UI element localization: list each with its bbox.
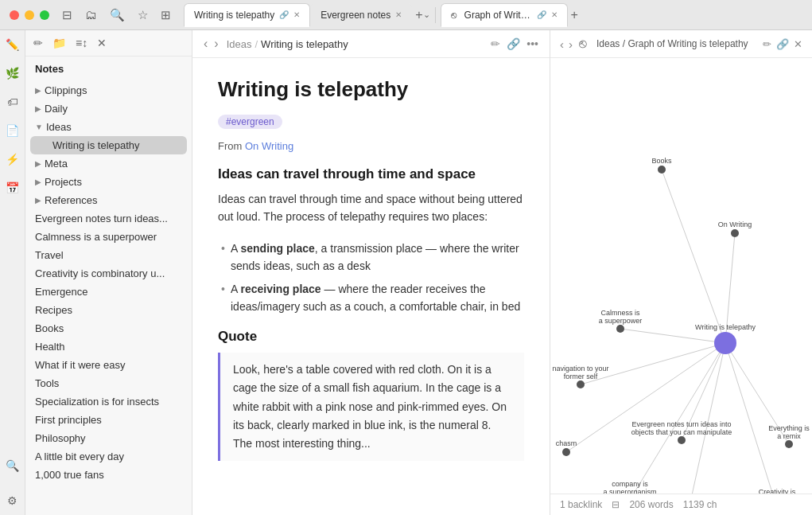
chevron-right-icon: ▶ bbox=[35, 159, 41, 168]
char-count: 1139 ch bbox=[683, 499, 717, 510]
traffic-lights bbox=[10, 10, 49, 20]
note-first-principles[interactable]: First principles bbox=[25, 411, 192, 429]
tab-title: Evergreen notes bbox=[321, 10, 390, 21]
note-creativity[interactable]: Creativity is combinatory u... bbox=[25, 264, 192, 283]
graph-actions: ✏ 🔗 ✕ bbox=[763, 38, 802, 50]
note-evergreen-ideas[interactable]: Evergreen notes turn ideas... bbox=[25, 209, 192, 228]
svg-line-8 bbox=[682, 343, 725, 494]
svg-text:Creativity iscombinatory uniqu: Creativity iscombinatory uniqueness bbox=[738, 488, 812, 494]
note-tools[interactable]: Tools bbox=[25, 374, 192, 392]
svg-text:company isa superorganism: company isa superorganism bbox=[603, 480, 656, 494]
sidebar-toggle-icon[interactable]: ⊟ bbox=[62, 8, 72, 22]
layout-icon[interactable]: ⊞ bbox=[161, 8, 171, 22]
folder-clippings[interactable]: ▶ Clippings bbox=[25, 81, 192, 99]
more-icon[interactable]: ••• bbox=[526, 37, 538, 50]
svg-text:Everything isa remix: Everything isa remix bbox=[768, 424, 810, 440]
sidebar-icon-settings[interactable]: ⚙ bbox=[5, 493, 21, 509]
forward-button[interactable]: › bbox=[214, 37, 218, 51]
sidebar-icon-calendar[interactable]: 📅 bbox=[5, 180, 21, 196]
section2-heading: Quote bbox=[218, 329, 524, 345]
maximize-button[interactable] bbox=[40, 10, 49, 20]
graph-back-button[interactable]: ‹ bbox=[560, 37, 564, 51]
bullet-list: A sending place, a transmission place — … bbox=[218, 237, 524, 318]
note-label: Calmness is a superpower bbox=[35, 231, 157, 243]
edit-icon[interactable]: ✏ bbox=[491, 37, 500, 50]
svg-line-7 bbox=[630, 343, 725, 494]
svg-point-16 bbox=[714, 332, 736, 354]
folder-daily[interactable]: ▶ Daily bbox=[25, 99, 192, 118]
section1-heading: Ideas can travel through time and space bbox=[218, 166, 524, 182]
word-count-icon: ⊟ bbox=[612, 499, 620, 510]
notes-sidebar-toolbar: ✏ 📁 ≡↕ ✕ bbox=[25, 30, 192, 57]
note-label: Books bbox=[35, 322, 64, 334]
link-icon: 🔗 bbox=[537, 10, 546, 19]
close-button[interactable] bbox=[10, 10, 19, 20]
graph-tab-title: Graph of Writing is t... bbox=[464, 10, 532, 21]
tab-close-icon[interactable]: ✕ bbox=[551, 10, 558, 19]
breadcrumb-parent[interactable]: Ideas bbox=[227, 38, 252, 50]
note-books[interactable]: Books bbox=[25, 319, 192, 337]
tab-close-icon[interactable]: ✕ bbox=[293, 10, 300, 19]
bullet-item-2: A receiving place — where the reader rec… bbox=[218, 278, 524, 318]
note-calmness[interactable]: Calmness is a superpower bbox=[25, 228, 192, 246]
graph-edit-icon[interactable]: ✏ bbox=[763, 38, 771, 50]
star-icon[interactable]: ☆ bbox=[138, 8, 148, 22]
sidebar-icon-graph[interactable]: 🌿 bbox=[5, 65, 21, 81]
note-label: Travel bbox=[35, 249, 64, 261]
note-little-bit[interactable]: A little bit every day bbox=[25, 447, 192, 466]
tabs-chevron-icon[interactable]: ⌄ bbox=[423, 10, 430, 20]
new-folder-icon[interactable]: 📁 bbox=[52, 37, 66, 49]
note-what-if[interactable]: What if it were easy bbox=[25, 356, 192, 374]
backlinks-count[interactable]: 1 backlink bbox=[560, 499, 602, 510]
chevron-right-icon: ▶ bbox=[35, 178, 41, 186]
sidebar-icon-search[interactable]: 🔍 bbox=[5, 458, 21, 474]
note-recipes[interactable]: Recipes bbox=[25, 301, 192, 319]
tab-close-icon[interactable]: ✕ bbox=[395, 10, 402, 19]
note-label: Tools bbox=[35, 377, 59, 389]
tag-badge[interactable]: #evergreen bbox=[218, 115, 282, 129]
tab-evergreen-notes[interactable]: Evergreen notes ✕ bbox=[310, 3, 412, 27]
note-writing-telepathy[interactable]: Writing is telepathy bbox=[30, 136, 187, 154]
content-actions: ✏ 🔗 ••• bbox=[491, 37, 538, 50]
note-travel[interactable]: Travel bbox=[25, 246, 192, 264]
note-content: Writing is telepathy #evergreen From On … bbox=[192, 58, 550, 515]
new-tab-button-2[interactable]: + bbox=[571, 8, 578, 22]
sidebar-icon-files[interactable]: 📄 bbox=[5, 123, 21, 139]
back-button[interactable]: ‹ bbox=[204, 37, 208, 51]
note-label: Health bbox=[35, 341, 65, 353]
tab-graph[interactable]: ⎋ Graph of Writing is t... 🔗 ✕ bbox=[441, 3, 568, 27]
link-icon[interactable]: 🔗 bbox=[507, 37, 520, 50]
folder-icon[interactable]: 🗂 bbox=[85, 8, 97, 21]
graph-panel-icon: ⎋ bbox=[579, 37, 587, 51]
sort-icon[interactable]: ≡↕ bbox=[76, 37, 87, 49]
new-note-icon[interactable]: ✏ bbox=[33, 37, 43, 49]
tab-title: Writing is telepathy bbox=[194, 10, 274, 21]
note-1000-fans[interactable]: 1,000 true fans bbox=[25, 466, 192, 484]
graph-link-icon[interactable]: 🔗 bbox=[776, 38, 789, 50]
sidebar-icon-tags[interactable]: 🏷 bbox=[5, 94, 21, 110]
note-philosophy[interactable]: Philosophy bbox=[25, 429, 192, 447]
note-emergence[interactable]: Emergence bbox=[25, 283, 192, 301]
sidebar-icon-notes[interactable]: ✏️ bbox=[5, 37, 21, 53]
new-tab-button[interactable]: + bbox=[415, 8, 422, 22]
close-sidebar-icon[interactable]: ✕ bbox=[97, 37, 107, 49]
note-specialization[interactable]: Specialization is for insects bbox=[25, 392, 192, 411]
app-body: ✏️ 🌿 🏷 📄 ⚡ 📅 🔍 ⚙ ✏ 📁 ≡↕ ✕ Notes ▶ Clippi… bbox=[0, 30, 812, 515]
folder-meta[interactable]: ▶ Meta bbox=[25, 154, 192, 173]
sidebar-icon-activity[interactable]: ⚡ bbox=[5, 151, 21, 167]
note-health[interactable]: Health bbox=[25, 337, 192, 356]
tab-writing-telepathy[interactable]: Writing is telepathy 🔗 ✕ bbox=[184, 3, 310, 27]
folder-ideas[interactable]: ▼ Ideas bbox=[25, 118, 192, 136]
folder-references[interactable]: ▶ References bbox=[25, 191, 192, 209]
chevron-right-icon: ▶ bbox=[35, 104, 41, 113]
graph-panel: ‹ › ⎋ Ideas / Graph of Writing is telepa… bbox=[550, 30, 812, 515]
folder-projects[interactable]: ▶ Projects bbox=[25, 173, 192, 191]
graph-close-icon[interactable]: ✕ bbox=[794, 38, 802, 50]
graph-forward-button[interactable]: › bbox=[569, 37, 573, 51]
graph-area: BooksOn WritingCalmness isa superpowerWr… bbox=[550, 58, 812, 494]
minimize-button[interactable] bbox=[25, 10, 34, 20]
svg-point-12 bbox=[731, 229, 739, 237]
search-icon[interactable]: 🔍 bbox=[110, 8, 125, 22]
folder-label: Ideas bbox=[46, 121, 72, 133]
from-link[interactable]: On Writing bbox=[245, 140, 293, 152]
